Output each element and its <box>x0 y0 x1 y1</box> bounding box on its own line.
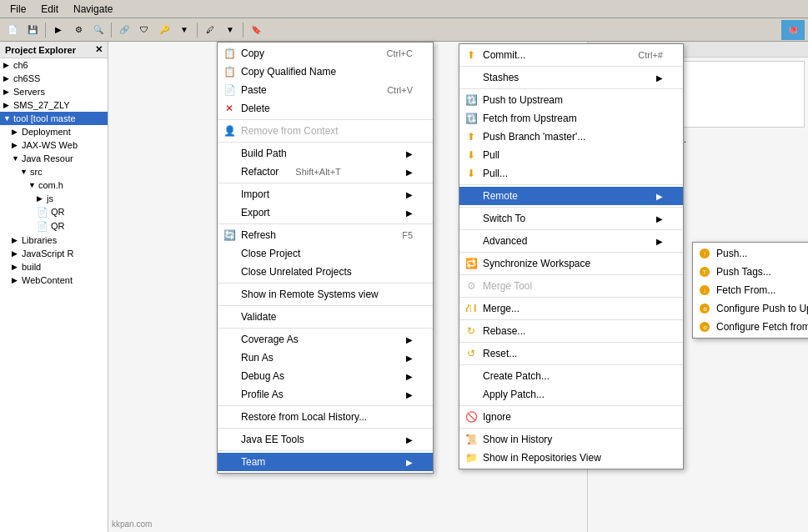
toolbar-btn-6[interactable]: 🔑 <box>155 21 173 39</box>
menu-run[interactable]: Run As ▶ <box>218 349 433 367</box>
menu-shortcut: Ctrl+V <box>387 85 413 95</box>
menu-remote[interactable]: Remote ▶ <box>459 187 683 205</box>
submenu-arrow: ▶ <box>406 354 413 363</box>
menu-show-remote[interactable]: Show in Remote Systems view <box>218 285 433 304</box>
menu-navigate[interactable]: Navigate <box>67 2 119 17</box>
menu-reset[interactable]: ↺ Reset... <box>459 344 683 363</box>
menu-fetch-from[interactable]: ↓ Fetch From... <box>693 281 808 299</box>
menu-refresh[interactable]: 🔄 Refresh F5 <box>218 226 433 244</box>
tree-item[interactable]: ▶ ch6SS <box>0 72 108 85</box>
menu-push-upstream[interactable]: 🔃 Push to Upstream <box>459 91 683 109</box>
tree-item[interactable]: ▼ Java Resour <box>0 152 108 165</box>
menu-team[interactable]: Team ▶ <box>218 453 433 471</box>
menu-switch-to[interactable]: Switch To ▶ <box>459 209 683 228</box>
menu-close-unrelated[interactable]: Close Unrelated Projects <box>218 263 433 281</box>
tree-item-label: tool [tool maste <box>13 113 76 123</box>
menu-delete[interactable]: ✕ Delete <box>218 99 433 118</box>
menu-config-push[interactable]: ⚙ Configure Push to Upstream... <box>693 299 808 318</box>
tree-item[interactable]: ▶ Servers <box>0 85 108 98</box>
menu-copy-qualified[interactable]: 📋 Copy Qualified Name <box>218 63 433 81</box>
toolbar-btn-1[interactable]: ▶ <box>49 21 68 39</box>
menu-fetch-upstream[interactable]: 🔃 Fetch from Upstream <box>459 109 683 128</box>
menu-coverage[interactable]: Coverage As ▶ <box>218 330 433 349</box>
tree-item[interactable]: ▶ build <box>0 260 108 274</box>
submenu-arrow: ▶ <box>406 390 413 399</box>
tree-item[interactable]: ▶ Libraries <box>0 233 108 247</box>
menu-sync-workspace[interactable]: 🔁 Synchronize Workspace <box>459 254 683 273</box>
menu-create-patch[interactable]: Create Patch... <box>459 367 683 385</box>
toolbar-btn-3[interactable]: 🔍 <box>89 21 108 39</box>
menu-build-path[interactable]: Build Path ▶ <box>218 144 433 163</box>
submenu-arrow: ▶ <box>656 73 663 83</box>
menu-item-label: Validate <box>241 311 276 323</box>
expand-icon: ▶ <box>12 128 20 136</box>
tree-item[interactable]: ▶ js <box>0 192 108 205</box>
toolbar-btn-5[interactable]: 🛡 <box>135 21 153 39</box>
tree-item[interactable]: ▶ SMS_27_ZLY <box>0 98 108 112</box>
menu-ignore[interactable]: 🚫 Ignore <box>459 408 683 426</box>
expand-icon: ▶ <box>37 194 45 203</box>
menu-javaee-tools[interactable]: Java EE Tools ▶ <box>218 430 433 449</box>
menu-show-history[interactable]: 📜 Show in History <box>459 430 683 449</box>
menu-pull[interactable]: ⬇ Pull <box>459 146 683 164</box>
menu-import[interactable]: Import ▶ <box>218 185 433 203</box>
menu-apply-patch[interactable]: Apply Patch... <box>459 385 683 404</box>
menu-paste[interactable]: 📄 Paste Ctrl+V <box>218 81 433 99</box>
tree-item[interactable]: ▶ WebContent <box>0 274 108 287</box>
menu-item-label: Refresh <box>241 229 276 241</box>
menu-bar: File Edit Navigate <box>0 0 808 18</box>
tree-item[interactable]: ▶ JAX-WS Web <box>0 138 108 152</box>
menu-push-remote[interactable]: ↑ Push... <box>693 244 808 263</box>
menu-pull-dots[interactable]: ⬇ Pull... <box>459 164 683 183</box>
toolbar-git-icon[interactable]: 🐙 <box>781 20 805 40</box>
toolbar-btn-2[interactable]: ⚙ <box>69 21 88 39</box>
paste-icon: 📄 <box>223 83 236 97</box>
menu-edit[interactable]: Edit <box>34 2 65 17</box>
tree-item[interactable]: 📄 QR <box>0 205 108 219</box>
menu-merge[interactable]: ⛙ Merge... <box>459 299 683 318</box>
sidebar-header: Project Explorer ✕ <box>0 42 108 58</box>
toolbar-save[interactable]: 💾 <box>23 21 42 39</box>
menu-show-repos[interactable]: 📁 Show in Repositories View <box>459 449 683 467</box>
context-menu-2: ⬆ Commit... Ctrl+# Stashes ▶ 🔃 Push to U… <box>459 43 684 469</box>
tree-item[interactable]: ▶ JavaScript R <box>0 247 108 260</box>
menu-rebase[interactable]: ↻ Rebase... <box>459 322 683 340</box>
toolbar-btn-7[interactable]: ▼ <box>175 21 193 39</box>
tree-item[interactable]: ▼ com.h <box>0 178 108 192</box>
menu-shortcut: F5 <box>402 230 413 240</box>
toolbar-sep-2 <box>111 23 112 38</box>
toolbar-btn-9[interactable]: ▼ <box>221 21 239 39</box>
menu-push-tags[interactable]: T Push Tags... <box>693 263 808 281</box>
menu-advanced[interactable]: Advanced ▶ <box>459 232 683 250</box>
toolbar-btn-4[interactable]: 🔗 <box>115 21 133 39</box>
menu-file[interactable]: File <box>3 2 33 17</box>
sidebar-close-icon[interactable]: ✕ <box>95 44 103 55</box>
menu-restore-history[interactable]: Restore from Local History... <box>218 408 433 426</box>
toolbar-btn-10[interactable]: 🔖 <box>247 21 265 39</box>
toolbar-btn-8[interactable]: 🖊 <box>201 21 219 39</box>
menu-copy[interactable]: 📋 Copy Ctrl+C <box>218 44 433 63</box>
tree-item[interactable]: ▶ ch6 <box>0 58 108 72</box>
tree-item-selected[interactable]: ▼ tool [tool maste <box>0 112 108 125</box>
menu-item-label: Pull <box>483 149 499 161</box>
menu-commit[interactable]: ⬆ Commit... Ctrl+# <box>459 46 683 64</box>
menu-export[interactable]: Export ▶ <box>218 203 433 222</box>
copy-qualified-icon: 📋 <box>223 65 236 78</box>
tree-item[interactable]: ▶ Deployment <box>0 125 108 138</box>
menu-push-branch[interactable]: ⬆ Push Branch 'master'... <box>459 128 683 146</box>
menu-profile[interactable]: Profile As ▶ <box>218 385 433 404</box>
menu-stashes[interactable]: Stashes ▶ <box>459 68 683 87</box>
menu-debug[interactable]: Debug As ▶ <box>218 367 433 385</box>
tree-item[interactable]: 📄 QR <box>0 219 108 233</box>
menu-validate[interactable]: Validate <box>218 308 433 326</box>
submenu-arrow: ▶ <box>656 237 663 246</box>
tree-item[interactable]: ▼ src <box>0 165 108 178</box>
menu-item-label: Commit... <box>483 49 525 61</box>
push-branch-icon: ⬆ <box>464 130 478 143</box>
toolbar-new[interactable]: 📄 <box>3 21 22 39</box>
menu-refactor[interactable]: Refactor Shift+Alt+T ▶ <box>218 163 433 181</box>
menu-config-fetch[interactable]: ⚙ Configure Fetch from Upstream... <box>693 318 808 336</box>
tree-item-label: js <box>47 193 53 203</box>
separator <box>218 119 433 120</box>
menu-close-project[interactable]: Close Project <box>218 244 433 263</box>
